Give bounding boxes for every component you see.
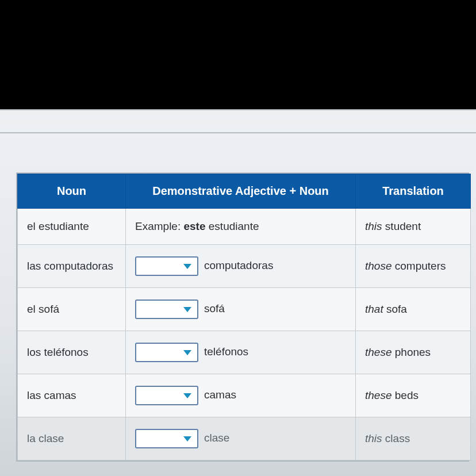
translation-italic: that [365, 303, 383, 315]
horizontal-rule [0, 132, 476, 133]
chevron-down-icon [183, 307, 191, 312]
translation-rest: phones [391, 346, 431, 358]
noun-cell: las computadoras [18, 245, 126, 288]
translation-cell: this class [356, 417, 471, 460]
chevron-down-icon [183, 393, 191, 398]
noun-after: camas [204, 389, 236, 401]
table-row: la clase clase this class [18, 417, 471, 460]
noun-after: teléfonos [204, 346, 248, 358]
translation-italic: this [365, 432, 382, 444]
adjective-dropdown[interactable] [135, 256, 198, 276]
noun-after: computadoras [204, 259, 273, 271]
noun-cell: el estudiante [18, 209, 126, 245]
table-row: las computadoras computadoras those comp… [18, 245, 471, 288]
translation-cell: these beds [356, 374, 471, 417]
example-bold: este [183, 220, 205, 232]
table-row: el sofá sofá that sofa [18, 288, 471, 331]
translation-cell: this student [356, 209, 471, 245]
table-row: las camas camas these beds [18, 374, 471, 417]
translation-rest: student [382, 220, 421, 232]
example-suffix: estudiante [206, 220, 259, 232]
header-noun: Noun [18, 174, 126, 209]
noun-after: clase [204, 432, 229, 444]
example-cell: Example: este estudiante [126, 209, 356, 245]
answer-cell: camas [126, 374, 356, 417]
noun-cell: la clase [18, 417, 126, 460]
answer-cell: computadoras [126, 245, 356, 288]
translation-italic: this [365, 220, 382, 232]
noun-cell: las camas [18, 374, 126, 417]
exercise-table: Noun Demonstrative Adjective + Noun Tran… [16, 172, 469, 462]
translation-italic: these [365, 389, 391, 401]
adjective-dropdown[interactable] [135, 386, 198, 405]
translation-italic: those [365, 260, 391, 272]
chevron-down-icon [183, 436, 191, 442]
translation-rest: class [382, 432, 410, 444]
table-header-row: Noun Demonstrative Adjective + Noun Tran… [18, 174, 471, 209]
answer-cell: sofá [126, 288, 356, 331]
noun-cell: el sofá [18, 288, 126, 331]
translation-italic: these [365, 346, 391, 358]
adjective-dropdown[interactable] [135, 300, 198, 319]
example-prefix: Example: [135, 220, 183, 232]
translation-cell: those computers [356, 245, 471, 288]
adjective-dropdown[interactable] [135, 343, 198, 362]
translation-rest: sofa [383, 303, 407, 315]
noun-after: sofá [204, 302, 225, 314]
translation-rest: beds [391, 389, 418, 401]
example-row: el estudiante Example: este estudiante t… [18, 209, 471, 245]
answer-cell: clase [126, 417, 356, 460]
translation-cell: these phones [356, 331, 471, 374]
translation-cell: that sofa [356, 288, 471, 331]
adjective-dropdown[interactable] [135, 429, 198, 448]
header-adjective: Demonstrative Adjective + Noun [126, 174, 356, 209]
translation-rest: computers [391, 260, 446, 272]
answer-cell: teléfonos [126, 331, 356, 374]
chevron-down-icon [183, 264, 191, 269]
chevron-down-icon [183, 350, 191, 355]
noun-cell: los teléfonos [18, 331, 126, 374]
header-translation: Translation [356, 174, 471, 209]
table-row: los teléfonos teléfonos these phones [18, 331, 471, 374]
